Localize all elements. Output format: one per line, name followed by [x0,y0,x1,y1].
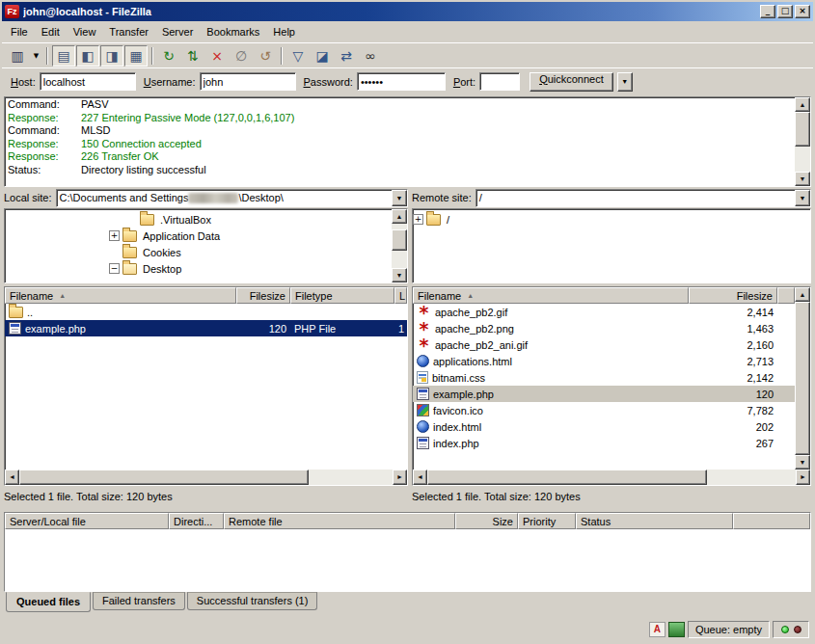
disconnect-button[interactable]: ∅ [230,45,253,67]
column-header-filesize[interactable]: Filesize [689,287,777,304]
toggle-queue-button[interactable]: ▦ [124,45,148,67]
remote-site-dropdown-button[interactable]: ▼ [795,190,810,206]
local-tree-scrollbar[interactable]: ▲ ▼ [392,209,407,282]
password-input[interactable] [357,72,446,91]
column-header-directi[interactable]: Directi... [169,513,224,529]
tree-item[interactable]: +/ [413,211,810,228]
site-manager-button[interactable]: ▥ [6,45,29,67]
scroll-down-button[interactable]: ▼ [392,268,407,282]
column-header-filler[interactable] [733,513,810,529]
file-row[interactable]: example.php120 [413,386,795,402]
maximize-button[interactable]: □ [777,5,793,18]
local-list-hscrollbar[interactable]: ◄ ► [5,470,407,485]
expand-icon[interactable]: + [413,214,423,225]
file-row[interactable]: apache_pb2.gif2,414 [413,304,795,320]
tree-item[interactable]: +Application Data [5,228,392,244]
file-row[interactable]: index.php267 [413,435,795,451]
find-files-button[interactable]: ∞ [359,45,382,67]
toggle-remote-tree-button[interactable]: ◨ [100,45,123,67]
file-row[interactable]: applications.html2,713 [413,353,795,369]
menu-item-edit[interactable]: Edit [35,24,67,40]
scroll-thumb[interactable] [392,229,407,251]
port-input[interactable] [479,72,520,91]
column-header-status[interactable]: Status [576,513,733,529]
scroll-track[interactable] [795,112,810,172]
scroll-left-button[interactable]: ◄ [5,470,19,485]
file-row[interactable]: index.html202 [413,418,795,435]
expand-icon[interactable]: + [109,230,120,241]
column-header-l[interactable]: L [394,287,407,304]
column-header-size[interactable]: Size [455,513,518,529]
column-header-filetype[interactable]: Filetype [290,287,394,304]
column-header-remote-file[interactable]: Remote file [224,513,455,529]
file-row[interactable]: bitnami.css2,142 [413,369,795,386]
file-row[interactable]: favicon.ico7,782 [413,402,795,418]
log-scrollbar[interactable]: ▲ ▼ [795,97,810,186]
host-input[interactable] [40,72,136,91]
scroll-up-button[interactable]: ▲ [392,209,407,224]
titlebar[interactable]: Fz john@localhost - FileZilla _ □ × [2,2,813,21]
toggle-message-log-button[interactable]: ▤ [52,45,75,67]
scroll-up-button[interactable]: ▲ [795,287,810,302]
column-header-server-local-file[interactable]: Server/Local file [5,513,169,529]
scroll-left-button[interactable]: ◄ [413,470,427,485]
synchronized-browsing-button[interactable]: ⇄ [335,45,358,67]
tab-failed-transfers[interactable]: Failed transfers [93,592,185,610]
file-row[interactable]: example.php120PHP File1 [5,320,407,336]
column-header-filename[interactable]: Filename▲ [413,287,689,304]
scroll-down-button[interactable]: ▼ [795,455,810,470]
remote-site-combo[interactable]: / ▼ [475,189,811,207]
site-manager-dropdown-button[interactable]: ▼ [30,45,42,67]
quickconnect-dropdown-button[interactable]: ▼ [617,72,633,92]
refresh-button[interactable]: ↻ [157,45,180,67]
remote-list-body[interactable]: apache_pb2.gif2,414apache_pb2.png1,463ap… [413,304,795,470]
column-header-priority[interactable]: Priority [518,513,576,529]
file-row[interactable]: .. [5,304,407,320]
column-header-filler[interactable] [777,287,795,304]
tree-item[interactable]: −Desktop [5,260,392,277]
scroll-track[interactable] [19,470,393,485]
filter-button[interactable]: ▽ [286,45,310,67]
directory-comparison-button[interactable]: ◪ [311,45,334,67]
quickconnect-button[interactable]: Quickconnect [530,72,613,92]
username-input[interactable] [200,72,296,91]
menu-item-bookmarks[interactable]: Bookmarks [200,24,266,40]
column-header-filesize[interactable]: Filesize [236,287,290,304]
menu-item-file[interactable]: File [4,24,35,40]
scroll-thumb[interactable] [795,302,810,455]
scroll-right-button[interactable]: ► [393,470,407,485]
scroll-thumb[interactable] [795,112,810,147]
scroll-track[interactable] [427,470,796,485]
menu-item-view[interactable]: View [67,24,103,40]
tab-queued-files[interactable]: Queued files [6,592,91,612]
remote-list-scrollbar[interactable]: ▲ ▼ [795,287,810,470]
scroll-right-button[interactable]: ► [796,470,810,485]
scroll-down-button[interactable]: ▼ [795,172,810,186]
tab-successful-transfers-1[interactable]: Successful transfers (1) [187,592,318,610]
scroll-track[interactable] [392,224,407,268]
tree-item[interactable]: Cookies [5,244,392,260]
scroll-thumb[interactable] [19,470,309,485]
scroll-up-button[interactable]: ▲ [795,97,810,112]
local-list-body[interactable]: ..example.php120PHP File1 [5,304,407,470]
file-row[interactable]: apache_pb2_ani.gif2,160 [413,336,795,353]
reconnect-button[interactable]: ↺ [254,45,277,67]
menu-item-help[interactable]: Help [266,24,302,40]
menu-item-server[interactable]: Server [155,24,200,40]
remote-list-hscrollbar[interactable]: ◄ ► [413,470,810,485]
cancel-button[interactable]: × [205,45,229,67]
local-site-dropdown-button[interactable]: ▼ [392,190,407,206]
collapse-icon[interactable]: − [109,263,120,274]
scroll-thumb[interactable] [427,470,707,485]
column-header-filename[interactable]: Filename▲ [5,287,236,304]
local-site-combo[interactable]: C:\Documents and Settings\Desktop\ ▼ [56,189,408,207]
queue-list-body[interactable] [5,529,810,591]
encryption-icon[interactable] [668,622,685,637]
close-button[interactable]: × [795,5,810,18]
scroll-track[interactable] [795,302,810,455]
transfer-type-icon[interactable]: A [649,622,666,637]
process-queue-button[interactable]: ⇅ [181,45,204,67]
minimize-button[interactable]: _ [760,5,775,18]
tree-item[interactable]: .VirtualBox [5,211,392,228]
file-row[interactable]: apache_pb2.png1,463 [413,320,795,336]
